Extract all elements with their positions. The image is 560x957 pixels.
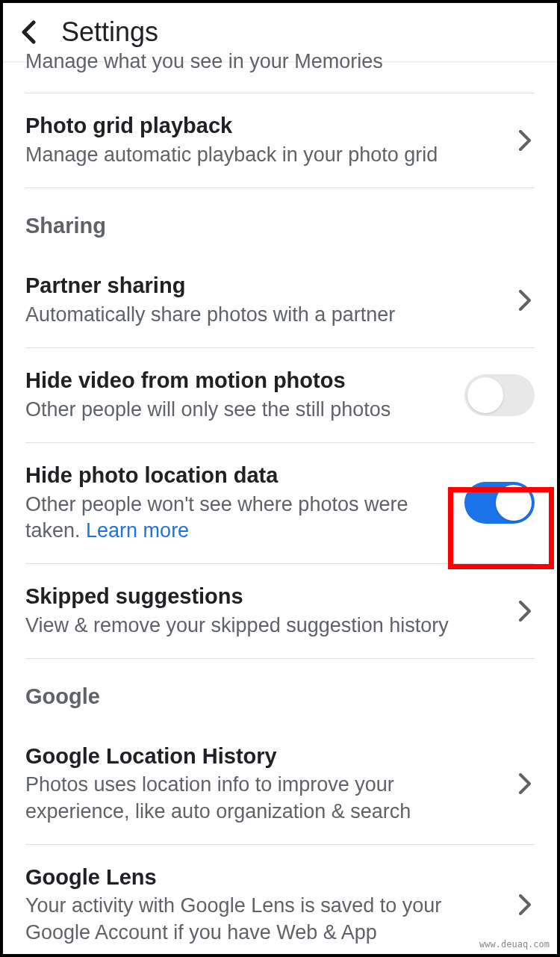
chevron-right-icon: [515, 291, 535, 310]
memories-row-cutoff[interactable]: Manage what you see in your Memories: [25, 49, 535, 93]
toggle-knob: [467, 377, 503, 413]
partner-sharing-row[interactable]: Partner sharing Automatically share phot…: [25, 253, 535, 348]
memories-subtitle: Manage what you see in your Memories: [25, 49, 535, 75]
row-subtitle: Other people won't see where photos were…: [25, 492, 452, 544]
subtitle-text: Other people won't see where photos were…: [25, 493, 408, 542]
row-subtitle: Your activity with Google Lens is saved …: [25, 893, 503, 945]
row-title: Hide photo location data: [25, 462, 452, 489]
chevron-right-icon: [515, 131, 535, 150]
hide-location-toggle[interactable]: [464, 482, 535, 524]
row-subtitle: Manage automatic playback in your photo …: [25, 142, 503, 168]
back-button[interactable]: [18, 22, 39, 43]
row-subtitle: Other people will only see the still pho…: [25, 397, 452, 423]
row-subtitle: View & remove your skipped suggestion hi…: [25, 613, 503, 639]
hide-video-toggle[interactable]: [464, 374, 535, 416]
hide-video-row[interactable]: Hide video from motion photos Other peop…: [25, 348, 535, 443]
row-title: Partner sharing: [25, 273, 503, 299]
row-title: Photo grid playback: [25, 113, 503, 139]
section-sharing: Sharing: [25, 188, 535, 253]
toggle-knob: [496, 485, 532, 521]
skipped-suggestions-row[interactable]: Skipped suggestions View & remove your s…: [25, 564, 535, 659]
photo-grid-playback-row[interactable]: Photo grid playback Manage automatic pla…: [25, 93, 535, 188]
row-subtitle: Automatically share photos with a partne…: [25, 302, 503, 328]
hide-location-row[interactable]: Hide photo location data Other people wo…: [25, 443, 535, 564]
chevron-left-icon: [21, 20, 36, 44]
page-title: Settings: [61, 16, 158, 48]
row-title: Hide video from motion photos: [25, 368, 452, 394]
row-subtitle: Photos uses location info to improve you…: [25, 772, 503, 824]
location-history-row[interactable]: Google Location History Photos uses loca…: [25, 724, 535, 845]
chevron-right-icon: [515, 774, 535, 793]
settings-list: Manage what you see in your Memories Pho…: [3, 49, 557, 957]
section-google: Google: [25, 659, 535, 724]
row-title: Google Location History: [25, 743, 503, 769]
chevron-right-icon: [515, 601, 535, 621]
chevron-right-icon: [515, 895, 535, 914]
learn-more-link[interactable]: Learn more: [86, 519, 189, 542]
row-title: Skipped suggestions: [25, 583, 503, 610]
google-lens-row[interactable]: Google Lens Your activity with Google Le…: [25, 845, 535, 957]
row-title: Google Lens: [25, 864, 503, 891]
watermark: www.deuaq.com: [479, 939, 550, 950]
